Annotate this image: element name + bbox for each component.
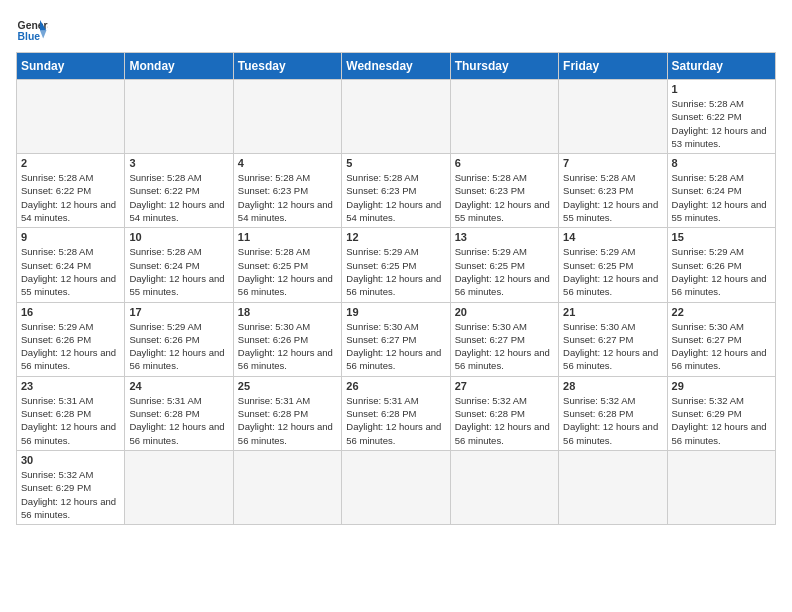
day-number: 27 [455,380,554,392]
day-number: 17 [129,306,228,318]
day-info: Sunrise: 5:29 AMSunset: 6:26 PMDaylight:… [129,320,228,373]
day-info: Sunrise: 5:29 AMSunset: 6:25 PMDaylight:… [563,245,662,298]
day-info: Sunrise: 5:28 AMSunset: 6:25 PMDaylight:… [238,245,337,298]
day-number: 30 [21,454,120,466]
day-info: Sunrise: 5:28 AMSunset: 6:23 PMDaylight:… [563,171,662,224]
day-info: Sunrise: 5:28 AMSunset: 6:24 PMDaylight:… [672,171,771,224]
day-info: Sunrise: 5:32 AMSunset: 6:28 PMDaylight:… [455,394,554,447]
day-info: Sunrise: 5:28 AMSunset: 6:23 PMDaylight:… [346,171,445,224]
day-number: 18 [238,306,337,318]
day-number: 21 [563,306,662,318]
calendar-cell: 11Sunrise: 5:28 AMSunset: 6:25 PMDayligh… [233,228,341,302]
day-number: 11 [238,231,337,243]
day-number: 12 [346,231,445,243]
calendar-cell: 3Sunrise: 5:28 AMSunset: 6:22 PMDaylight… [125,154,233,228]
calendar-cell [559,80,667,154]
day-number: 26 [346,380,445,392]
calendar-cell: 17Sunrise: 5:29 AMSunset: 6:26 PMDayligh… [125,302,233,376]
day-info: Sunrise: 5:28 AMSunset: 6:24 PMDaylight:… [21,245,120,298]
calendar-cell: 9Sunrise: 5:28 AMSunset: 6:24 PMDaylight… [17,228,125,302]
calendar-cell [233,80,341,154]
header-friday: Friday [559,53,667,80]
calendar-cell [17,80,125,154]
calendar-cell [450,450,558,524]
calendar-cell: 22Sunrise: 5:30 AMSunset: 6:27 PMDayligh… [667,302,775,376]
calendar-header-row: SundayMondayTuesdayWednesdayThursdayFrid… [17,53,776,80]
day-number: 14 [563,231,662,243]
calendar-cell [233,450,341,524]
calendar-cell: 10Sunrise: 5:28 AMSunset: 6:24 PMDayligh… [125,228,233,302]
calendar-cell: 7Sunrise: 5:28 AMSunset: 6:23 PMDaylight… [559,154,667,228]
calendar-week-2: 2Sunrise: 5:28 AMSunset: 6:22 PMDaylight… [17,154,776,228]
calendar-cell: 6Sunrise: 5:28 AMSunset: 6:23 PMDaylight… [450,154,558,228]
page-header: General Blue [16,16,776,44]
day-number: 3 [129,157,228,169]
header-monday: Monday [125,53,233,80]
calendar-cell: 12Sunrise: 5:29 AMSunset: 6:25 PMDayligh… [342,228,450,302]
day-number: 10 [129,231,228,243]
header-wednesday: Wednesday [342,53,450,80]
day-info: Sunrise: 5:28 AMSunset: 6:22 PMDaylight:… [129,171,228,224]
header-tuesday: Tuesday [233,53,341,80]
calendar-cell: 27Sunrise: 5:32 AMSunset: 6:28 PMDayligh… [450,376,558,450]
day-number: 16 [21,306,120,318]
calendar-cell: 1Sunrise: 5:28 AMSunset: 6:22 PMDaylight… [667,80,775,154]
day-info: Sunrise: 5:29 AMSunset: 6:25 PMDaylight:… [455,245,554,298]
day-info: Sunrise: 5:30 AMSunset: 6:27 PMDaylight:… [563,320,662,373]
day-info: Sunrise: 5:31 AMSunset: 6:28 PMDaylight:… [129,394,228,447]
svg-text:Blue: Blue [18,31,41,42]
calendar-cell: 23Sunrise: 5:31 AMSunset: 6:28 PMDayligh… [17,376,125,450]
day-info: Sunrise: 5:31 AMSunset: 6:28 PMDaylight:… [21,394,120,447]
logo: General Blue [16,16,52,44]
day-info: Sunrise: 5:31 AMSunset: 6:28 PMDaylight:… [238,394,337,447]
day-info: Sunrise: 5:28 AMSunset: 6:23 PMDaylight:… [238,171,337,224]
day-info: Sunrise: 5:30 AMSunset: 6:27 PMDaylight:… [455,320,554,373]
header-saturday: Saturday [667,53,775,80]
calendar-cell [342,80,450,154]
day-info: Sunrise: 5:29 AMSunset: 6:25 PMDaylight:… [346,245,445,298]
calendar-week-4: 16Sunrise: 5:29 AMSunset: 6:26 PMDayligh… [17,302,776,376]
calendar-cell: 20Sunrise: 5:30 AMSunset: 6:27 PMDayligh… [450,302,558,376]
calendar-cell: 21Sunrise: 5:30 AMSunset: 6:27 PMDayligh… [559,302,667,376]
calendar-cell: 24Sunrise: 5:31 AMSunset: 6:28 PMDayligh… [125,376,233,450]
day-info: Sunrise: 5:28 AMSunset: 6:23 PMDaylight:… [455,171,554,224]
day-number: 13 [455,231,554,243]
calendar-cell [667,450,775,524]
calendar-cell: 4Sunrise: 5:28 AMSunset: 6:23 PMDaylight… [233,154,341,228]
day-info: Sunrise: 5:29 AMSunset: 6:26 PMDaylight:… [21,320,120,373]
day-info: Sunrise: 5:30 AMSunset: 6:27 PMDaylight:… [672,320,771,373]
header-thursday: Thursday [450,53,558,80]
logo-icon: General Blue [16,16,48,44]
calendar-cell [125,80,233,154]
svg-marker-3 [40,30,46,38]
day-number: 8 [672,157,771,169]
calendar-cell: 29Sunrise: 5:32 AMSunset: 6:29 PMDayligh… [667,376,775,450]
day-info: Sunrise: 5:32 AMSunset: 6:29 PMDaylight:… [672,394,771,447]
day-number: 28 [563,380,662,392]
calendar-cell: 26Sunrise: 5:31 AMSunset: 6:28 PMDayligh… [342,376,450,450]
day-number: 4 [238,157,337,169]
day-number: 2 [21,157,120,169]
calendar-cell [125,450,233,524]
calendar-cell: 25Sunrise: 5:31 AMSunset: 6:28 PMDayligh… [233,376,341,450]
header-sunday: Sunday [17,53,125,80]
calendar-week-3: 9Sunrise: 5:28 AMSunset: 6:24 PMDaylight… [17,228,776,302]
day-info: Sunrise: 5:28 AMSunset: 6:24 PMDaylight:… [129,245,228,298]
day-number: 20 [455,306,554,318]
day-number: 1 [672,83,771,95]
day-number: 25 [238,380,337,392]
calendar-week-6: 30Sunrise: 5:32 AMSunset: 6:29 PMDayligh… [17,450,776,524]
calendar-cell [342,450,450,524]
calendar-week-5: 23Sunrise: 5:31 AMSunset: 6:28 PMDayligh… [17,376,776,450]
calendar-cell: 14Sunrise: 5:29 AMSunset: 6:25 PMDayligh… [559,228,667,302]
calendar-cell [450,80,558,154]
calendar-cell: 13Sunrise: 5:29 AMSunset: 6:25 PMDayligh… [450,228,558,302]
day-number: 15 [672,231,771,243]
day-info: Sunrise: 5:32 AMSunset: 6:28 PMDaylight:… [563,394,662,447]
calendar-cell: 8Sunrise: 5:28 AMSunset: 6:24 PMDaylight… [667,154,775,228]
day-info: Sunrise: 5:31 AMSunset: 6:28 PMDaylight:… [346,394,445,447]
day-info: Sunrise: 5:32 AMSunset: 6:29 PMDaylight:… [21,468,120,521]
day-number: 24 [129,380,228,392]
calendar-cell: 18Sunrise: 5:30 AMSunset: 6:26 PMDayligh… [233,302,341,376]
day-number: 19 [346,306,445,318]
